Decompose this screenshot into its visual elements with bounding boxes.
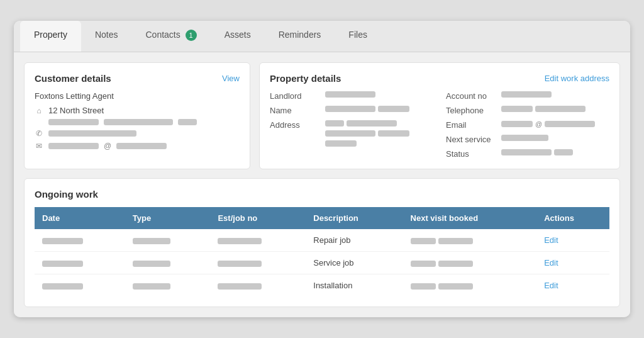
row-1-action[interactable]: Edit bbox=[536, 252, 609, 274]
prop-landlord-value bbox=[325, 91, 375, 98]
table-row: Service jobEdit bbox=[35, 252, 609, 274]
row-0-next-visit bbox=[403, 229, 537, 252]
row-0-action[interactable]: Edit bbox=[536, 229, 609, 252]
blur-tel-2 bbox=[535, 106, 586, 112]
edit-link-1[interactable]: Edit bbox=[544, 258, 558, 268]
property-right-col: Account no Telephone bbox=[446, 91, 609, 159]
prop-name-value bbox=[325, 106, 409, 112]
property-grid: Landlord Name bbox=[270, 91, 609, 159]
col-header-type: Type bbox=[125, 207, 211, 229]
prop-address-label: Address bbox=[270, 120, 320, 130]
blur-name-2 bbox=[378, 106, 409, 112]
tab-reminders[interactable]: Reminders bbox=[265, 21, 335, 52]
prop-addr-line3 bbox=[325, 140, 409, 147]
prop-address-value bbox=[325, 120, 409, 147]
tab-property[interactable]: Property bbox=[20, 21, 81, 52]
row-2-date bbox=[35, 274, 125, 297]
prop-next-service-value bbox=[501, 135, 548, 141]
customer-panel-header: Customer details View bbox=[35, 73, 240, 84]
row-1-next-visit bbox=[403, 252, 537, 274]
tab-contacts[interactable]: Contacts 1 bbox=[132, 21, 211, 52]
blur-addr-a2 bbox=[347, 120, 397, 127]
row-2-estjob bbox=[210, 274, 306, 297]
blur-addr-c1 bbox=[325, 140, 357, 147]
row-1-date bbox=[35, 252, 125, 274]
row-2-description: Installation bbox=[306, 274, 402, 297]
ongoing-work-panel: Ongoing work Date Type Est/job no Descri… bbox=[24, 178, 620, 307]
blur-addr-b2 bbox=[378, 130, 409, 137]
edit-work-address-link[interactable]: Edit work address bbox=[545, 74, 609, 83]
blur-email-2 bbox=[116, 143, 167, 149]
tab-files[interactable]: Files bbox=[335, 21, 381, 52]
prop-landlord-row: Landlord bbox=[270, 91, 433, 101]
property-details-panel: Property details Edit work address Landl… bbox=[259, 62, 620, 169]
blur-status-2 bbox=[554, 149, 573, 155]
blur-addr-2 bbox=[104, 119, 173, 125]
row-0-date bbox=[35, 229, 125, 252]
prop-address-row: Address bbox=[270, 120, 433, 147]
table-row: Repair jobEdit bbox=[35, 229, 609, 252]
contacts-badge: 1 bbox=[186, 30, 197, 41]
blur-name-1 bbox=[325, 106, 375, 112]
customer-panel-title: Customer details bbox=[35, 73, 111, 84]
col-header-estjob: Est/job no bbox=[210, 207, 306, 229]
tab-bar: Property Notes Contacts 1 Assets Reminde… bbox=[14, 21, 630, 52]
phone-icon: ✆ bbox=[35, 129, 43, 138]
prop-account-row: Account no bbox=[446, 91, 609, 101]
prop-telephone-value bbox=[501, 106, 586, 112]
tab-notes[interactable]: Notes bbox=[81, 21, 132, 52]
prop-next-service-row: Next service bbox=[446, 135, 609, 144]
view-link[interactable]: View bbox=[222, 74, 240, 83]
blur-account bbox=[501, 91, 552, 98]
edit-link-2[interactable]: Edit bbox=[544, 281, 558, 290]
blur-next-service bbox=[501, 135, 548, 141]
blur-email-1 bbox=[48, 143, 99, 149]
prop-landlord-label: Landlord bbox=[270, 91, 320, 101]
prop-status-row: Status bbox=[446, 149, 609, 159]
prop-addr-line1 bbox=[325, 120, 409, 127]
blur-addr-1 bbox=[48, 119, 99, 125]
prop-email-label: Email bbox=[446, 120, 496, 130]
at-prop: @ bbox=[535, 120, 542, 128]
property-panel-title: Property details bbox=[270, 73, 341, 84]
tab-assets[interactable]: Assets bbox=[211, 21, 265, 52]
home-icon: ⌂ bbox=[35, 106, 43, 115]
prop-email-value: @ bbox=[501, 120, 595, 128]
row-0-description: Repair job bbox=[306, 229, 402, 252]
customer-phone-row: ✆ bbox=[35, 129, 240, 138]
blur-tel-1 bbox=[501, 106, 533, 112]
prop-status-value-row bbox=[501, 149, 573, 155]
prop-status-value bbox=[501, 149, 573, 155]
col-header-description: Description bbox=[306, 207, 402, 229]
row-0-estjob bbox=[210, 229, 306, 252]
blur-addr-a1 bbox=[325, 120, 344, 127]
blur-phone bbox=[48, 130, 136, 137]
property-panel-header: Property details Edit work address bbox=[270, 73, 609, 84]
table-header-row: Date Type Est/job no Description Next vi… bbox=[35, 207, 609, 229]
row-1-type bbox=[125, 252, 211, 274]
prop-account-value bbox=[501, 91, 552, 98]
col-header-actions: Actions bbox=[536, 207, 609, 229]
blur-email-p2 bbox=[545, 121, 595, 127]
customer-email-row: ✉ @ bbox=[35, 142, 240, 150]
app-container: Property Notes Contacts 1 Assets Reminde… bbox=[14, 21, 630, 317]
row-2-action[interactable]: Edit bbox=[536, 274, 609, 297]
email-icon: ✉ bbox=[35, 142, 43, 150]
prop-status-label: Status bbox=[446, 149, 496, 159]
customer-extra-address-row bbox=[35, 119, 240, 125]
work-table: Date Type Est/job no Description Next vi… bbox=[35, 207, 609, 296]
blur-landlord bbox=[325, 91, 375, 98]
row-0-type bbox=[125, 229, 211, 252]
blur-status-1 bbox=[501, 149, 552, 155]
top-row: Customer details View Foxtons Letting Ag… bbox=[24, 62, 620, 169]
customer-address: 12 North Street bbox=[48, 106, 104, 115]
property-left-col: Landlord Name bbox=[270, 91, 433, 159]
customer-address-row: ⌂ 12 North Street bbox=[35, 106, 240, 115]
main-content: Customer details View Foxtons Letting Ag… bbox=[14, 52, 630, 317]
blur-addr-b1 bbox=[325, 130, 375, 137]
blur-addr-3 bbox=[178, 119, 197, 125]
row-1-estjob bbox=[210, 252, 306, 274]
edit-link-0[interactable]: Edit bbox=[544, 235, 558, 245]
customer-company-name: Foxtons Letting Agent bbox=[35, 91, 240, 101]
at-symbol: @ bbox=[104, 142, 111, 150]
